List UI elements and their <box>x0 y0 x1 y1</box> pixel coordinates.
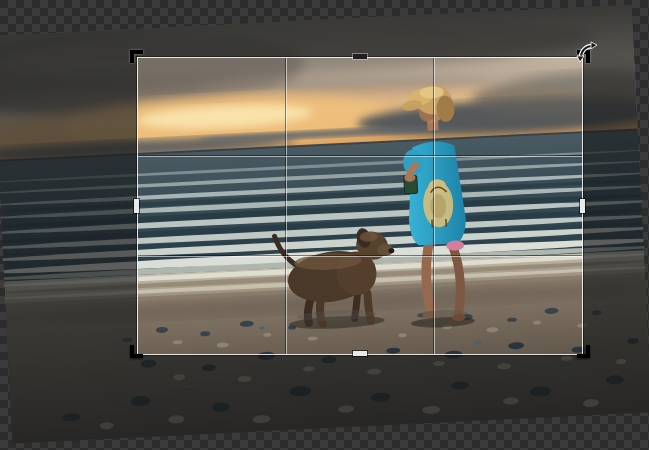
editor-canvas <box>0 0 649 450</box>
crop-border[interactable] <box>137 57 583 355</box>
crop-handle-right-mid[interactable] <box>580 199 585 213</box>
crop-handle-top-right[interactable] <box>577 50 590 63</box>
crop-handle-top-mid[interactable] <box>353 54 367 59</box>
crop-handle-bottom-left[interactable] <box>130 345 143 358</box>
crop-handle-left-mid[interactable] <box>134 199 139 213</box>
crop-handle-top-left[interactable] <box>130 50 143 63</box>
crop-handle-bottom-mid[interactable] <box>353 351 367 356</box>
crop-handle-bottom-right[interactable] <box>577 345 590 358</box>
